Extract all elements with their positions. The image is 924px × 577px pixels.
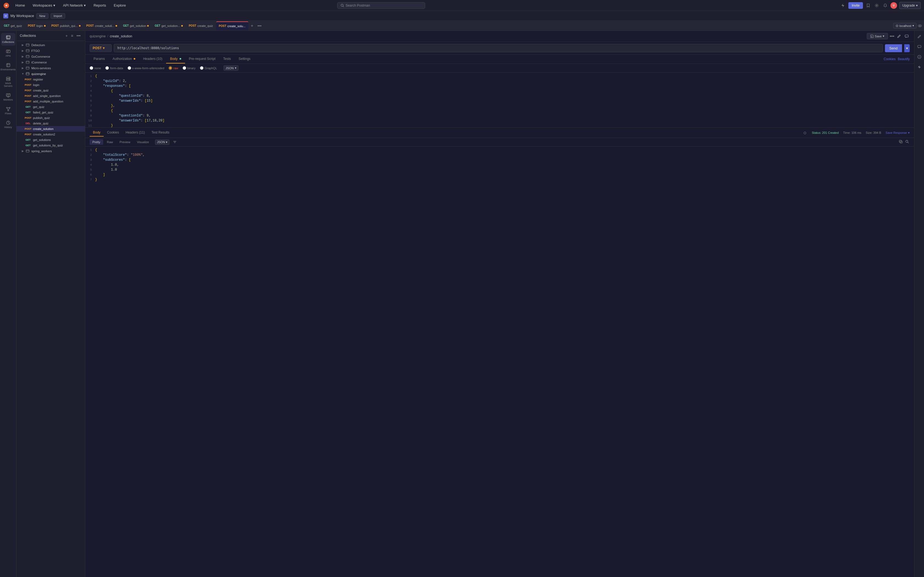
right-info-icon[interactable] — [916, 53, 923, 61]
resp-tab-test-results[interactable]: Test Results — [148, 129, 173, 137]
resp-copy-icon[interactable] — [898, 139, 903, 145]
tree-item-create-solution2[interactable]: POST create_solution2 — [16, 132, 85, 137]
tree-item-get-quiz[interactable]: GET get_quiz — [16, 104, 85, 110]
req-tab-headers[interactable]: Headers (10) — [139, 55, 166, 63]
more-tabs-button[interactable]: ••• — [256, 23, 263, 29]
tree-item-add-multiple-question[interactable]: POST add_mulitple_question — [16, 98, 85, 104]
tab-get-solution[interactable]: GET get_solution — [120, 21, 152, 30]
radio-graphql[interactable]: GraphQL — [200, 66, 217, 70]
right-edit-icon[interactable] — [916, 33, 923, 41]
bc-more-button[interactable]: ••• — [890, 34, 894, 39]
sidebar-item-monitors[interactable]: Monitors — [1, 91, 15, 103]
json-format-selector[interactable]: JSON ▾ — [224, 65, 238, 71]
tab-get-solution2[interactable]: GET get_solution... — [152, 21, 186, 30]
notification-icon[interactable] — [882, 2, 888, 8]
save-button[interactable]: create_solution Save ▾ — [867, 33, 888, 39]
send-split-button[interactable]: ▾ — [904, 44, 910, 52]
env-selector[interactable]: localhost ▾ — [893, 23, 917, 29]
nav-api-network[interactable]: API Network ▾ — [61, 2, 87, 8]
method-selector[interactable]: POST ▾ — [90, 44, 111, 52]
url-input[interactable] — [114, 44, 883, 52]
radio-binary[interactable]: binary — [183, 66, 195, 70]
lightning-icon[interactable] — [840, 2, 846, 9]
sidebar-item-apis[interactable]: APIs — [1, 47, 15, 60]
req-tab-body[interactable]: Body — [166, 55, 185, 63]
breadcrumb-parent[interactable]: quizengine — [90, 34, 106, 38]
tab-post-create-soluti[interactable]: POST create_soluti... — [84, 21, 120, 30]
resp-tab-body[interactable]: Body — [90, 129, 104, 137]
req-tab-tests[interactable]: Tests — [219, 55, 234, 63]
tab-post-login[interactable]: POST login — [25, 21, 48, 30]
resp-json-selector[interactable]: JSON ▾ — [155, 140, 170, 145]
settings-icon[interactable] — [873, 2, 880, 9]
upgrade-button[interactable]: Upgrade ▾ — [899, 2, 921, 9]
req-tab-params[interactable]: Params — [90, 55, 108, 63]
avatar[interactable]: U — [890, 2, 897, 9]
sidebar-item-collections[interactable]: Collections — [1, 33, 15, 46]
tab-post-publish-qui[interactable]: POST publish_qui... — [48, 21, 83, 30]
cookies-button[interactable]: Cookies — [884, 57, 895, 61]
resp-search-icon[interactable] — [905, 139, 910, 145]
add-tab-button[interactable]: + — [249, 22, 255, 29]
invite-button[interactable]: Invite — [848, 2, 863, 9]
resp-format-preview[interactable]: Preview — [117, 139, 133, 145]
tree-item-add-single-question[interactable]: POST add_single_question — [16, 93, 85, 98]
tab-get-quiz[interactable]: GET get_quiz — [1, 21, 25, 30]
collection-ftgo[interactable]: ▶ FTGO — [16, 48, 85, 53]
tree-item-create-solution[interactable]: POST create_solution — [16, 126, 85, 132]
tree-item-failed-get-quiz[interactable]: GET failed_get_quiz — [16, 110, 85, 115]
search-bar[interactable]: Search Postman — [337, 2, 425, 9]
new-button[interactable]: New — [36, 13, 48, 19]
add-collection-button[interactable]: + — [65, 33, 69, 39]
response-body-editor[interactable]: 1{ 2 "totalScore": "100%", 3 "subScores"… — [85, 147, 914, 188]
resp-format-pretty[interactable]: Pretty — [90, 139, 103, 145]
right-lightning-icon[interactable] — [916, 63, 922, 71]
sidebar-item-mock-servers[interactable]: Mock Servers — [1, 74, 15, 90]
sidebar-item-history[interactable]: History — [1, 118, 15, 131]
req-tab-settings[interactable]: Settings — [235, 55, 254, 63]
nav-home[interactable]: Home — [14, 2, 27, 8]
app-logo[interactable] — [3, 2, 9, 8]
tree-item-get-solutions[interactable]: GET get_solutions — [16, 137, 85, 143]
eye-icon-button[interactable] — [917, 23, 923, 29]
collection-spring-workers[interactable]: ▶ spring_workers — [16, 148, 85, 154]
radio-none[interactable]: none — [90, 66, 101, 70]
collection-micro-services[interactable]: ▶ Micro-services — [16, 65, 85, 71]
collection-debezium[interactable]: ▶ Debezium — [16, 42, 85, 48]
tree-item-get-solutions-by-quiz[interactable]: GET get_solutions_by_quiz — [16, 143, 85, 148]
nav-workspaces[interactable]: Workspaces ▾ — [31, 2, 57, 8]
import-button[interactable]: Import — [51, 13, 65, 19]
nav-explore[interactable]: Explore — [112, 2, 128, 8]
sidebar-item-environments[interactable]: Environments — [1, 60, 15, 73]
comment-icon-button[interactable] — [904, 33, 910, 39]
tab-post-create-solu-active[interactable]: POST create_solu... — [216, 21, 248, 30]
collection-gocommerce[interactable]: ▶ GoCommerce — [16, 53, 85, 60]
tree-item-register[interactable]: POST register — [16, 77, 85, 82]
bookmark-icon[interactable] — [865, 2, 871, 8]
save-response-button[interactable]: Save Response ▾ — [885, 131, 910, 135]
tree-item-create-quiz[interactable]: POST create_quiz — [16, 88, 85, 93]
radio-form-data[interactable]: form-data — [105, 66, 123, 70]
tree-item-publish-quiz[interactable]: POST publish_quiz — [16, 115, 85, 121]
tab-post-create-quiz[interactable]: POST create_quiz — [186, 21, 216, 30]
request-body-editor[interactable]: 1{ 2 "quizId": 2, 3 "responses": [ 4 { 5… — [85, 73, 914, 127]
resp-format-visualize[interactable]: Visualize — [134, 139, 152, 145]
edit-icon-button[interactable] — [896, 33, 902, 39]
tree-item-login[interactable]: POST login — [16, 82, 85, 88]
resp-tab-cookies[interactable]: Cookies — [104, 129, 122, 137]
radio-x-www[interactable]: x-www-form-urlencoded — [128, 66, 165, 70]
req-tab-pre-request[interactable]: Pre-request Script — [185, 55, 220, 63]
resp-format-raw[interactable]: Raw — [104, 139, 116, 145]
right-comment-icon[interactable] — [916, 43, 923, 51]
collection-icommerce[interactable]: ▶ iCommerce — [16, 60, 85, 65]
more-panel-options[interactable]: ••• — [75, 33, 82, 39]
radio-raw[interactable]: raw — [169, 66, 178, 70]
req-tab-authorization[interactable]: Authorization — [108, 55, 139, 63]
nav-reports[interactable]: Reports — [92, 2, 108, 8]
tree-item-delete-quiz[interactable]: DEL delete_quiz — [16, 121, 85, 126]
sidebar-item-flows[interactable]: Flows — [1, 105, 15, 117]
beautify-button[interactable]: Beautify — [898, 57, 910, 61]
filter-icon[interactable]: ≡ — [70, 33, 74, 39]
resp-filter-icon[interactable] — [172, 139, 178, 145]
collection-quizengine[interactable]: ▼ quizengine — [16, 71, 85, 77]
